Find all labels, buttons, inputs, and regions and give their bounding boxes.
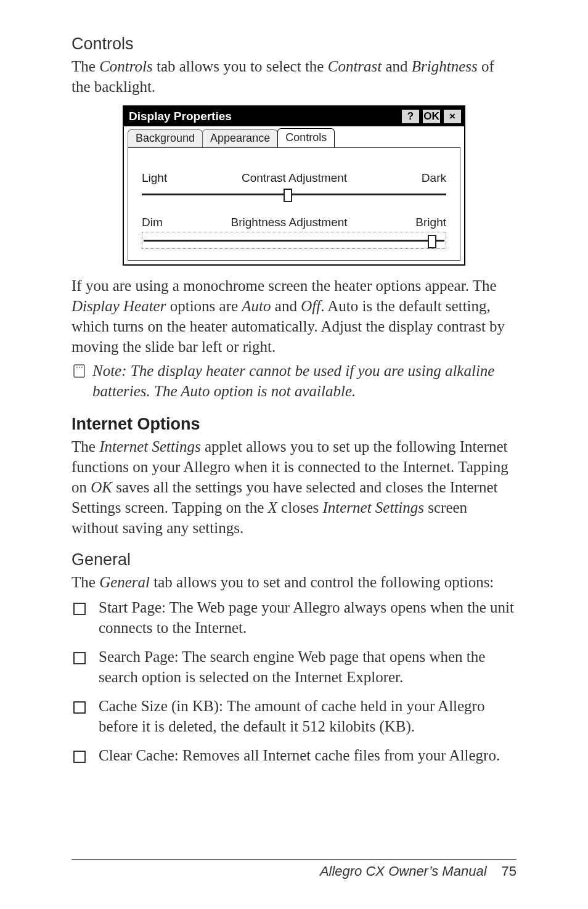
checkbox-icon <box>73 650 86 670</box>
contrast-slider[interactable] <box>142 187 446 201</box>
note: Note: The display heater cannot be used … <box>71 361 517 401</box>
text-italic: General <box>99 574 150 590</box>
close-button[interactable]: × <box>443 109 462 124</box>
help-button[interactable]: ? <box>401 109 420 124</box>
text-italic: Internet Settings <box>99 438 201 455</box>
general-intro: The General tab allows you to set and co… <box>71 572 517 592</box>
brightness-slider-block: Dim Brightness Adjustment Bright <box>142 216 446 249</box>
text: and <box>382 58 412 75</box>
dialog-title: Display Properties <box>129 110 399 123</box>
brightness-slider[interactable] <box>144 234 444 247</box>
page-footer: Allegro CX Owner’s Manual 75 <box>71 859 517 879</box>
text: tab allows you to select the <box>153 58 328 75</box>
svg-rect-4 <box>74 603 85 614</box>
tab-controls[interactable]: Controls <box>277 128 335 147</box>
svg-point-2 <box>79 367 80 368</box>
heading-general: General <box>71 550 517 569</box>
slider-thumb[interactable] <box>284 189 292 202</box>
text-italic: Contrast <box>328 58 382 75</box>
list-item-text: Clear Cache: Removes all Internet cache … <box>99 747 500 764</box>
tab-background[interactable]: Background <box>128 129 203 148</box>
list-item: Start Page: The Web page your Allegro al… <box>71 597 517 638</box>
note-icon <box>71 363 88 381</box>
general-list: Start Page: The Web page your Allegro al… <box>71 597 517 774</box>
list-item: Cache Size (in KB): The amount of cache … <box>71 696 517 736</box>
contrast-right-label: Dark <box>422 171 446 185</box>
dialog-titlebar: Display Properties ? OK × <box>124 107 464 126</box>
slider-track-line <box>144 240 444 242</box>
internet-options-intro: The Internet Settings applet allows you … <box>71 436 517 538</box>
list-item: Clear Cache: Removes all Internet cache … <box>71 745 517 765</box>
brightness-right-label: Bright <box>415 216 446 229</box>
monochrome-paragraph: If you are using a monochrome screen the… <box>71 275 517 357</box>
svg-rect-0 <box>74 365 84 377</box>
list-item-text: Search Page: The search engine Web page … <box>99 648 485 685</box>
footer-title: Allegro CX Owner’s Manual <box>320 863 487 879</box>
tab-panel-controls: Light Contrast Adjustment Dark Dim Brigh… <box>128 147 460 261</box>
text: The <box>71 574 99 590</box>
controls-intro: The Controls tab allows you to select th… <box>71 56 517 97</box>
ok-button[interactable]: OK <box>422 109 441 124</box>
tab-appearance[interactable]: Appearance <box>202 129 278 148</box>
svg-point-1 <box>76 367 78 368</box>
text: The <box>71 58 99 75</box>
note-text: Note: The display heater cannot be used … <box>92 361 517 401</box>
list-item-text: Cache Size (in KB): The amount of cache … <box>99 698 484 735</box>
svg-rect-6 <box>74 702 85 713</box>
checkbox-icon <box>73 748 86 768</box>
text: If you are using a monochrome screen the… <box>71 277 497 294</box>
contrast-slider-block: Light Contrast Adjustment Dark <box>142 171 446 201</box>
text-italic: Controls <box>99 58 153 75</box>
text-italic: X <box>268 499 277 516</box>
text: options are <box>166 298 242 314</box>
heading-internet-options: Internet Options <box>71 415 517 434</box>
list-item-text: Start Page: The Web page your Allegro al… <box>99 599 514 636</box>
svg-rect-7 <box>74 751 85 762</box>
text: closes <box>277 499 323 516</box>
checkbox-icon <box>73 699 86 719</box>
text-italic: Internet Settings <box>322 499 424 516</box>
heading-controls: Controls <box>71 35 517 54</box>
svg-point-3 <box>81 367 83 368</box>
brightness-left-label: Dim <box>142 216 163 229</box>
svg-rect-5 <box>74 653 85 664</box>
text: tab allows you to set and control the fo… <box>150 574 494 590</box>
tab-strip: Background Appearance Controls <box>124 126 464 147</box>
text-italic: OK <box>91 479 112 495</box>
checkbox-icon <box>73 600 86 621</box>
text: The <box>71 438 99 455</box>
text-italic: Display Heater <box>71 298 166 314</box>
slider-track-line <box>142 194 446 195</box>
list-item: Search Page: The search engine Web page … <box>71 646 517 687</box>
contrast-center-label: Contrast Adjustment <box>242 171 347 185</box>
brightness-center-label: Brightness Adjustment <box>231 216 348 229</box>
contrast-left-label: Light <box>142 171 167 185</box>
text-italic: Auto <box>242 298 271 314</box>
text: and <box>271 298 301 314</box>
slider-thumb[interactable] <box>428 235 436 248</box>
text-italic: Brightness <box>412 58 478 75</box>
display-properties-dialog: Display Properties ? OK × Background App… <box>123 105 465 266</box>
text-italic: Off <box>301 298 321 314</box>
page-number: 75 <box>502 863 517 879</box>
